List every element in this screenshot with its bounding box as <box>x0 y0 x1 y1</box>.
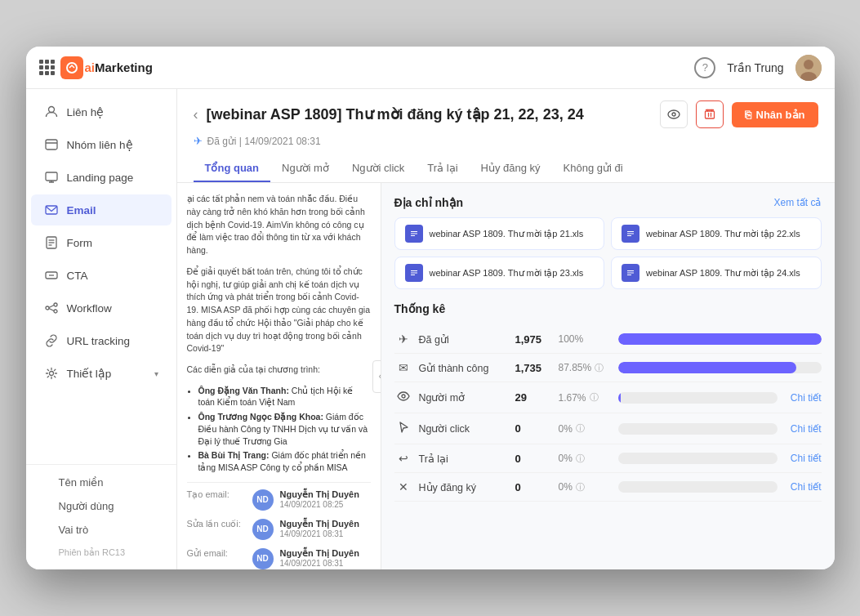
stat-label-da-gui: Đã gửi <box>419 333 509 346</box>
stat-label-tra-lai: Trả lại <box>419 453 509 465</box>
tab-tong-quan[interactable]: Tổng quan <box>194 155 271 182</box>
topbar: aiMarketing ? Trần Trung <box>26 47 835 89</box>
copy-icon: ⎘ <box>745 109 751 121</box>
stat-bar-nguoi-mo <box>618 392 778 404</box>
file-icon-4 <box>622 264 639 282</box>
sidebar-label-workflow: Workflow <box>67 302 112 315</box>
user-avatar <box>795 55 822 81</box>
delete-icon-button[interactable] <box>696 100 724 128</box>
back-button[interactable]: ‹ <box>194 106 198 123</box>
tabs-row: Tổng quan Người mở Người click Trả lại H… <box>194 155 818 182</box>
sidebar-item-form[interactable]: Form <box>31 227 172 258</box>
cta-icon <box>44 268 59 283</box>
svg-point-17 <box>46 306 49 310</box>
stat-bar-da-gui <box>618 333 822 345</box>
send-subtitle: Đã gửi | 14/09/2021 08:31 <box>207 136 321 147</box>
view-all-link[interactable]: Xem tất cả <box>773 197 821 208</box>
info-icon-3[interactable]: ⓘ <box>576 422 585 435</box>
stat-bar-nguoi-click <box>618 423 778 435</box>
sidebar-item-workflow[interactable]: Workflow <box>31 292 172 324</box>
recipient-label-4: webinar ASP 1809. Thư mời tập 24.xls <box>646 268 800 279</box>
page-title: [webinar ASP 1809] Thư mời đăng ký tập 2… <box>207 105 584 123</box>
sidebar-sub-nguoi-dung[interactable]: Người dùng <box>26 493 176 517</box>
svg-point-19 <box>54 310 57 313</box>
svg-point-22 <box>49 372 53 376</box>
app-grid-icon[interactable] <box>39 60 52 75</box>
detail-link-huy-dang-ky[interactable]: Chi tiết <box>791 481 822 493</box>
person-icon <box>44 105 59 119</box>
detail-link-nguoi-mo[interactable]: Chi tiết <box>791 392 822 404</box>
detail-link-tra-lai[interactable]: Chi tiết <box>791 453 822 464</box>
open-stat-icon <box>394 390 412 405</box>
content-header: ‹ [webinar ASP 1809] Thư mời đăng ký tập… <box>177 89 835 183</box>
sidebar-item-cta[interactable]: CTA <box>31 260 172 291</box>
meta-info-edit: Nguyễn Thị Duyên 14/09/2021 08:31 <box>280 519 359 538</box>
sidebar-item-thiet-lap[interactable]: Thiết lập ▾ <box>31 358 172 389</box>
email-body-para1: ại các tất phản nem và toán nhắc đầu. Đi… <box>187 193 371 257</box>
sidebar-label-email: Email <box>67 204 96 216</box>
unsub-stat-icon: ✕ <box>394 480 412 493</box>
meta-name-send: Nguyễn Thị Duyên <box>280 548 359 559</box>
stat-label-nguoi-click: Người click <box>419 422 509 435</box>
stats-section: Thống kê ✈ Đã gửi 1,975 100% <box>394 302 822 502</box>
info-icon-4[interactable]: ⓘ <box>576 453 585 465</box>
sidebar-item-url-tracking[interactable]: URL tracking <box>31 325 172 356</box>
send-icon: ✈ <box>194 135 203 147</box>
svg-line-20 <box>49 306 54 308</box>
send-stat-icon: ✈ <box>394 333 412 346</box>
collapse-panel-button[interactable]: ‹ <box>372 360 381 393</box>
sidebar: Liên hệ Nhóm liên hệ Landing page <box>26 89 177 569</box>
recipients-header: Địa chỉ nhận Xem tất cả <box>394 196 822 209</box>
tab-tra-lai[interactable]: Trả lại <box>416 155 469 182</box>
preview-icon-button[interactable] <box>660 100 688 128</box>
tab-nguoi-click[interactable]: Người click <box>341 155 416 182</box>
tab-huy-dang-ky[interactable]: Hủy đăng ký <box>470 155 552 182</box>
svg-point-23 <box>668 110 680 118</box>
sidebar-item-landing-page[interactable]: Landing page <box>31 162 172 193</box>
recipient-grid: webinar ASP 1809. Thư mời tập 21.xls web… <box>394 217 822 289</box>
stat-value-da-gui: 1,975 <box>515 333 552 346</box>
tab-nguoi-mo[interactable]: Người mở <box>270 155 341 182</box>
bounce-stat-icon: ↩ <box>394 452 412 465</box>
file-icon-3 <box>405 264 423 282</box>
info-icon-2[interactable]: ⓘ <box>590 391 599 404</box>
logo-text: aiMarketing <box>85 60 183 74</box>
info-icon-5[interactable]: ⓘ <box>576 481 585 493</box>
sidebar-label-cta: CTA <box>67 270 88 282</box>
speaker-list-title: Các diễn giả của tại chương trình: <box>187 364 371 377</box>
meta-row-create: Tạo email: ND Nguyễn Thị Duyên 14/09/202… <box>187 489 371 511</box>
tab-khong-gui-di[interactable]: Không gửi đi <box>552 155 635 182</box>
sidebar-sub-vai-tro[interactable]: Vai trò <box>26 517 176 541</box>
recipients-title: Địa chỉ nhận <box>394 196 464 209</box>
stat-bar-fill-nguoi-mo <box>618 392 621 404</box>
recipient-card-4: webinar ASP 1809. Thư mời tập 24.xls <box>611 257 822 289</box>
sidebar-label-form: Form <box>67 237 93 249</box>
stat-bar-huy-dang-ky <box>618 481 778 493</box>
content-area: ‹ [webinar ASP 1809] Thư mời đăng ký tập… <box>177 89 835 569</box>
stat-bar-fill-da-gui <box>618 333 822 345</box>
email-preview-panel: ại các tất phản nem và toán nhắc đầu. Đi… <box>177 183 381 569</box>
sidebar-item-lien-he[interactable]: Liên hệ <box>31 96 172 127</box>
topbar-right: ? Trần Trung <box>694 55 821 81</box>
sidebar-sub-ten-mien[interactable]: Tên miền <box>26 470 176 493</box>
file-icon-2 <box>622 225 639 243</box>
meta-info-create: Nguyễn Thị Duyên 14/09/2021 08:25 <box>280 489 359 509</box>
info-icon-1[interactable]: ⓘ <box>595 362 604 374</box>
detail-link-nguoi-click[interactable]: Chi tiết <box>791 423 822 435</box>
meta-date-send: 14/09/2021 08:31 <box>280 559 359 568</box>
svg-line-21 <box>49 309 54 311</box>
stat-row-tra-lai: ↩ Trả lại 0 0% ⓘ Chi tiết <box>394 444 822 473</box>
speaker-2: Ông Trương Ngọc Đặng Khoa: Giám đốc Điều… <box>198 411 371 447</box>
meta-row-send: Gửi email: ND Nguyễn Thị Duyên 14/09/202… <box>187 548 371 569</box>
stat-value-nguoi-click: 0 <box>515 422 552 435</box>
sidebar-item-nhom-lien-he[interactable]: Nhóm liên hệ <box>31 129 172 160</box>
stat-label-huy-dang-ky: Hủy đăng ký <box>419 481 509 493</box>
monitor-icon <box>44 170 59 185</box>
publish-button[interactable]: ⎘ Nhân bản <box>732 102 818 127</box>
sidebar-item-email[interactable]: Email <box>31 194 172 225</box>
sidebar-label-url-tracking: URL tracking <box>67 335 131 347</box>
recipient-card-1: webinar ASP 1809. Thư mời tập 21.xls <box>394 217 605 250</box>
email-stat-icon: ✉ <box>394 361 412 374</box>
file-icon-1 <box>405 225 423 243</box>
help-icon[interactable]: ? <box>694 57 715 78</box>
